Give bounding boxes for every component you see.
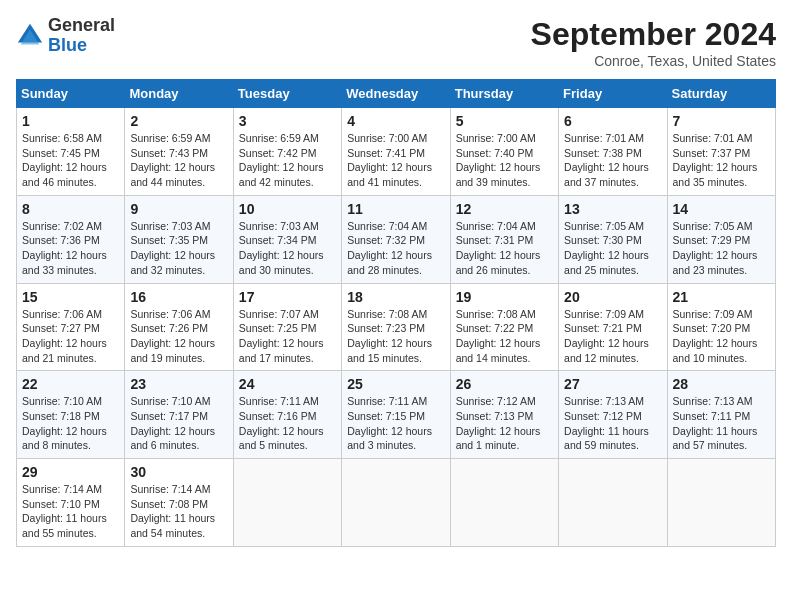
day-info: Sunrise: 7:06 AM Sunset: 7:26 PM Dayligh… xyxy=(130,307,227,366)
day-number: 23 xyxy=(130,376,227,392)
day-cell: 23Sunrise: 7:10 AM Sunset: 7:17 PM Dayli… xyxy=(125,371,233,459)
day-info: Sunrise: 7:14 AM Sunset: 7:08 PM Dayligh… xyxy=(130,482,227,541)
column-header-monday: Monday xyxy=(125,80,233,108)
day-number: 19 xyxy=(456,289,553,305)
day-cell: 30Sunrise: 7:14 AM Sunset: 7:08 PM Dayli… xyxy=(125,459,233,547)
calendar-body: 1Sunrise: 6:58 AM Sunset: 7:45 PM Daylig… xyxy=(17,108,776,547)
day-info: Sunrise: 7:14 AM Sunset: 7:10 PM Dayligh… xyxy=(22,482,119,541)
day-number: 28 xyxy=(673,376,770,392)
day-info: Sunrise: 7:06 AM Sunset: 7:27 PM Dayligh… xyxy=(22,307,119,366)
day-info: Sunrise: 7:11 AM Sunset: 7:15 PM Dayligh… xyxy=(347,394,444,453)
day-info: Sunrise: 6:59 AM Sunset: 7:42 PM Dayligh… xyxy=(239,131,336,190)
day-info: Sunrise: 6:58 AM Sunset: 7:45 PM Dayligh… xyxy=(22,131,119,190)
day-info: Sunrise: 7:08 AM Sunset: 7:22 PM Dayligh… xyxy=(456,307,553,366)
day-info: Sunrise: 7:09 AM Sunset: 7:21 PM Dayligh… xyxy=(564,307,661,366)
calendar-header: SundayMondayTuesdayWednesdayThursdayFrid… xyxy=(17,80,776,108)
day-cell: 22Sunrise: 7:10 AM Sunset: 7:18 PM Dayli… xyxy=(17,371,125,459)
day-number: 15 xyxy=(22,289,119,305)
week-row-5: 29Sunrise: 7:14 AM Sunset: 7:10 PM Dayli… xyxy=(17,459,776,547)
week-row-1: 1Sunrise: 6:58 AM Sunset: 7:45 PM Daylig… xyxy=(17,108,776,196)
day-number: 13 xyxy=(564,201,661,217)
day-info: Sunrise: 7:04 AM Sunset: 7:32 PM Dayligh… xyxy=(347,219,444,278)
day-number: 25 xyxy=(347,376,444,392)
day-cell xyxy=(559,459,667,547)
page-header: General Blue September 2024 Conroe, Texa… xyxy=(16,16,776,69)
day-info: Sunrise: 7:11 AM Sunset: 7:16 PM Dayligh… xyxy=(239,394,336,453)
day-number: 1 xyxy=(22,113,119,129)
day-info: Sunrise: 7:03 AM Sunset: 7:35 PM Dayligh… xyxy=(130,219,227,278)
day-cell: 10Sunrise: 7:03 AM Sunset: 7:34 PM Dayli… xyxy=(233,195,341,283)
column-header-wednesday: Wednesday xyxy=(342,80,450,108)
month-title: September 2024 xyxy=(531,16,776,53)
day-info: Sunrise: 7:07 AM Sunset: 7:25 PM Dayligh… xyxy=(239,307,336,366)
week-row-2: 8Sunrise: 7:02 AM Sunset: 7:36 PM Daylig… xyxy=(17,195,776,283)
calendar-table: SundayMondayTuesdayWednesdayThursdayFrid… xyxy=(16,79,776,547)
day-info: Sunrise: 7:00 AM Sunset: 7:41 PM Dayligh… xyxy=(347,131,444,190)
day-cell: 14Sunrise: 7:05 AM Sunset: 7:29 PM Dayli… xyxy=(667,195,775,283)
day-number: 21 xyxy=(673,289,770,305)
day-cell xyxy=(233,459,341,547)
title-block: September 2024 Conroe, Texas, United Sta… xyxy=(531,16,776,69)
day-number: 14 xyxy=(673,201,770,217)
week-row-3: 15Sunrise: 7:06 AM Sunset: 7:27 PM Dayli… xyxy=(17,283,776,371)
day-number: 27 xyxy=(564,376,661,392)
day-number: 29 xyxy=(22,464,119,480)
day-number: 18 xyxy=(347,289,444,305)
day-info: Sunrise: 7:08 AM Sunset: 7:23 PM Dayligh… xyxy=(347,307,444,366)
day-cell xyxy=(450,459,558,547)
day-cell xyxy=(342,459,450,547)
column-header-thursday: Thursday xyxy=(450,80,558,108)
day-info: Sunrise: 7:09 AM Sunset: 7:20 PM Dayligh… xyxy=(673,307,770,366)
column-header-saturday: Saturday xyxy=(667,80,775,108)
day-number: 17 xyxy=(239,289,336,305)
day-cell: 21Sunrise: 7:09 AM Sunset: 7:20 PM Dayli… xyxy=(667,283,775,371)
logo-icon xyxy=(16,22,44,50)
column-header-sunday: Sunday xyxy=(17,80,125,108)
day-info: Sunrise: 7:04 AM Sunset: 7:31 PM Dayligh… xyxy=(456,219,553,278)
day-number: 11 xyxy=(347,201,444,217)
day-cell: 24Sunrise: 7:11 AM Sunset: 7:16 PM Dayli… xyxy=(233,371,341,459)
logo-line1: General xyxy=(48,16,115,36)
day-cell: 16Sunrise: 7:06 AM Sunset: 7:26 PM Dayli… xyxy=(125,283,233,371)
location: Conroe, Texas, United States xyxy=(531,53,776,69)
day-cell: 20Sunrise: 7:09 AM Sunset: 7:21 PM Dayli… xyxy=(559,283,667,371)
day-info: Sunrise: 7:01 AM Sunset: 7:38 PM Dayligh… xyxy=(564,131,661,190)
day-number: 7 xyxy=(673,113,770,129)
day-number: 6 xyxy=(564,113,661,129)
day-cell: 18Sunrise: 7:08 AM Sunset: 7:23 PM Dayli… xyxy=(342,283,450,371)
day-cell: 3Sunrise: 6:59 AM Sunset: 7:42 PM Daylig… xyxy=(233,108,341,196)
day-cell: 25Sunrise: 7:11 AM Sunset: 7:15 PM Dayli… xyxy=(342,371,450,459)
day-cell: 26Sunrise: 7:12 AM Sunset: 7:13 PM Dayli… xyxy=(450,371,558,459)
week-row-4: 22Sunrise: 7:10 AM Sunset: 7:18 PM Dayli… xyxy=(17,371,776,459)
day-info: Sunrise: 7:05 AM Sunset: 7:30 PM Dayligh… xyxy=(564,219,661,278)
day-number: 10 xyxy=(239,201,336,217)
day-cell: 13Sunrise: 7:05 AM Sunset: 7:30 PM Dayli… xyxy=(559,195,667,283)
logo-text: General Blue xyxy=(48,16,115,56)
logo: General Blue xyxy=(16,16,115,56)
day-number: 8 xyxy=(22,201,119,217)
day-info: Sunrise: 7:13 AM Sunset: 7:12 PM Dayligh… xyxy=(564,394,661,453)
day-info: Sunrise: 7:03 AM Sunset: 7:34 PM Dayligh… xyxy=(239,219,336,278)
day-info: Sunrise: 7:13 AM Sunset: 7:11 PM Dayligh… xyxy=(673,394,770,453)
day-info: Sunrise: 7:05 AM Sunset: 7:29 PM Dayligh… xyxy=(673,219,770,278)
day-number: 22 xyxy=(22,376,119,392)
day-cell: 2Sunrise: 6:59 AM Sunset: 7:43 PM Daylig… xyxy=(125,108,233,196)
day-cell: 27Sunrise: 7:13 AM Sunset: 7:12 PM Dayli… xyxy=(559,371,667,459)
day-cell: 19Sunrise: 7:08 AM Sunset: 7:22 PM Dayli… xyxy=(450,283,558,371)
day-number: 4 xyxy=(347,113,444,129)
day-number: 2 xyxy=(130,113,227,129)
day-cell: 5Sunrise: 7:00 AM Sunset: 7:40 PM Daylig… xyxy=(450,108,558,196)
day-cell xyxy=(667,459,775,547)
day-cell: 9Sunrise: 7:03 AM Sunset: 7:35 PM Daylig… xyxy=(125,195,233,283)
day-number: 3 xyxy=(239,113,336,129)
day-number: 26 xyxy=(456,376,553,392)
day-info: Sunrise: 7:02 AM Sunset: 7:36 PM Dayligh… xyxy=(22,219,119,278)
day-cell: 11Sunrise: 7:04 AM Sunset: 7:32 PM Dayli… xyxy=(342,195,450,283)
day-info: Sunrise: 7:12 AM Sunset: 7:13 PM Dayligh… xyxy=(456,394,553,453)
day-cell: 28Sunrise: 7:13 AM Sunset: 7:11 PM Dayli… xyxy=(667,371,775,459)
logo-line2: Blue xyxy=(48,36,115,56)
day-cell: 1Sunrise: 6:58 AM Sunset: 7:45 PM Daylig… xyxy=(17,108,125,196)
day-number: 9 xyxy=(130,201,227,217)
day-number: 20 xyxy=(564,289,661,305)
day-number: 12 xyxy=(456,201,553,217)
